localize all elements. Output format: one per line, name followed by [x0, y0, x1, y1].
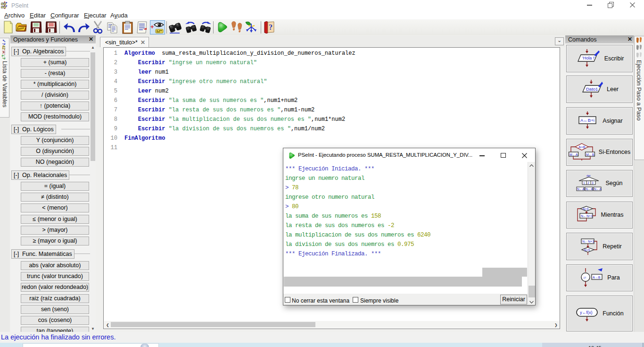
svg-text:y←f(x): y←f(x) [580, 310, 593, 315]
svg-text:+: + [150, 23, 154, 30]
svg-text:M←B: M←B [586, 153, 594, 156]
svg-text:✓?42'A'¿?: ✓?42'A'¿? [1, 39, 7, 59]
svg-text:A←B+i: A←B+i [580, 118, 594, 123]
svg-text:N<9: N<9 [583, 207, 588, 211]
svg-text:A→B: A→B [593, 276, 601, 279]
svg-text:?: ? [269, 23, 272, 31]
svg-text:N>9: N>9 [584, 248, 590, 252]
svg-text:N←A: N←A [586, 187, 593, 191]
svg-text:2: 2 [587, 181, 589, 185]
svg-text:N←A: N←A [577, 187, 585, 191]
svg-text:Dato1: Dato1 [586, 86, 598, 92]
svg-text:N←N+1: N←N+1 [581, 214, 593, 218]
svg-text:M←A: M←A [570, 153, 578, 156]
svg-text:1: 1 [583, 181, 585, 185]
svg-text:A>B: A>B [578, 145, 585, 149]
svg-text:dat: dat [586, 174, 591, 177]
svg-text:N←N+1: N←N+1 [582, 240, 594, 243]
svg-text:i↑: i↑ [584, 276, 586, 280]
svg-text:N←A: N←A [594, 187, 602, 191]
svg-text:3: 3 [592, 181, 594, 185]
svg-text:'Hola !': 'Hola !' [582, 56, 595, 60]
